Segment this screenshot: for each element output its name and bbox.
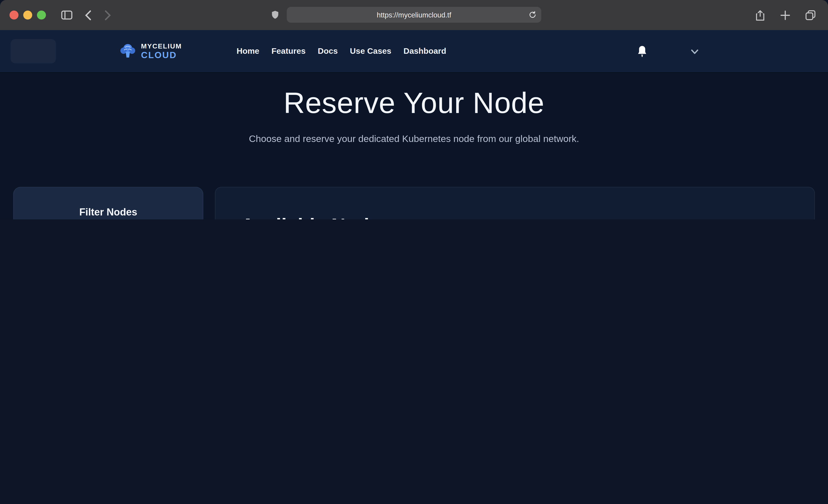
nav-link-dashboard[interactable]: Dashboard xyxy=(404,46,446,56)
content-area: Filter Nodes CPU Cores 0 - 88 vCPU RAM (… xyxy=(0,187,828,219)
filter-panel-title: Filter Nodes xyxy=(30,206,187,218)
available-nodes-panel: Available Nodes 48 of 50 nodes Refresh B… xyxy=(215,187,815,219)
toolbar-right xyxy=(751,6,820,24)
user-menu-chevron-icon[interactable] xyxy=(691,49,699,54)
forward-button[interactable] xyxy=(99,6,117,24)
privacy-shield-icon[interactable] xyxy=(271,9,280,21)
webpage: MYCELIUM CLOUD Home Features Docs Use Ca… xyxy=(0,30,828,219)
address-bar[interactable]: https://myceliumcloud.tf xyxy=(287,7,541,23)
brand-name-bottom: CLOUD xyxy=(141,51,182,60)
tab-overview-icon[interactable] xyxy=(801,6,820,24)
filter-panel: Filter Nodes CPU Cores 0 - 88 vCPU RAM (… xyxy=(13,187,203,219)
window-controls xyxy=(9,10,46,19)
nav-link-home[interactable]: Home xyxy=(237,46,259,56)
new-tab-icon[interactable] xyxy=(776,6,794,24)
share-icon[interactable] xyxy=(751,6,769,24)
zoom-window-button[interactable] xyxy=(37,10,46,19)
notifications-bell-icon[interactable] xyxy=(637,45,647,57)
url-text: https://myceliumcloud.tf xyxy=(377,11,451,18)
scaled-stage: https://myceliumcloud.tf xyxy=(0,0,828,219)
page-subtitle: Choose and reserve your dedicated Kubern… xyxy=(0,133,828,144)
nav-links: Home Features Docs Use Cases Dashboard xyxy=(237,46,446,56)
minimize-window-button[interactable] xyxy=(23,10,32,19)
close-window-button[interactable] xyxy=(9,10,18,19)
reload-icon[interactable] xyxy=(529,10,536,19)
navbar-placeholder-block xyxy=(10,39,56,64)
hero-section: Reserve Your Node Choose and reserve you… xyxy=(0,85,828,144)
site-navbar: MYCELIUM CLOUD Home Features Docs Use Ca… xyxy=(0,30,828,72)
brand-logo[interactable]: MYCELIUM CLOUD xyxy=(119,43,182,60)
back-button[interactable] xyxy=(79,6,96,24)
browser-window: https://myceliumcloud.tf xyxy=(0,0,828,219)
browser-toolbar: https://myceliumcloud.tf xyxy=(0,0,828,30)
brand-name-top: MYCELIUM xyxy=(141,43,182,50)
nav-link-docs[interactable]: Docs xyxy=(318,46,338,56)
mycelium-logo-icon xyxy=(119,43,137,59)
page-title: Reserve Your Node xyxy=(0,85,828,120)
nav-link-features[interactable]: Features xyxy=(272,46,306,56)
nav-link-use-cases[interactable]: Use Cases xyxy=(350,46,391,56)
sidebar-toggle-icon[interactable] xyxy=(57,6,75,24)
nodes-panel-title: Available Nodes xyxy=(241,215,391,219)
nodes-panel-header: Available Nodes 48 of 50 nodes Refresh xyxy=(241,215,790,219)
